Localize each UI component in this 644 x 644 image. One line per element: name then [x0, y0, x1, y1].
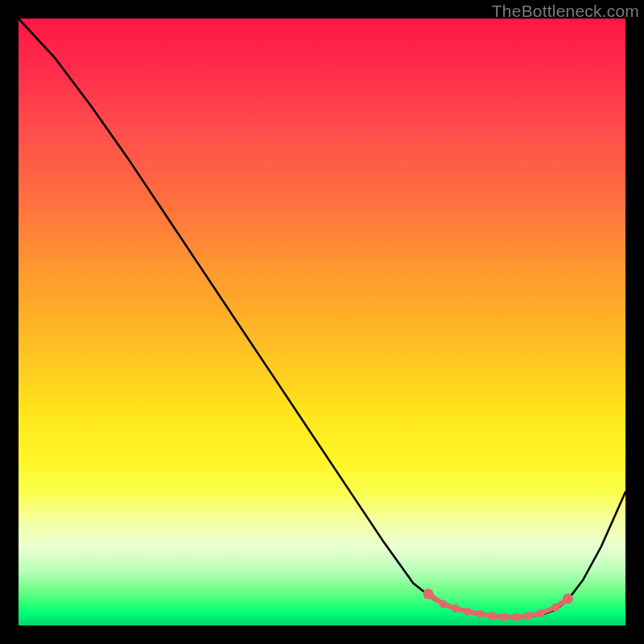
trough-dot — [563, 593, 573, 604]
trough-dot — [524, 612, 532, 620]
trough-dot — [551, 603, 559, 611]
curve-layer — [19, 19, 625, 617]
chart-svg — [19, 19, 625, 625]
trough-dot — [536, 609, 544, 617]
watermark-text: TheBottleneck.com — [492, 2, 639, 21]
trough-dot — [500, 613, 508, 621]
trough-dots — [423, 588, 573, 621]
trough-dot — [452, 605, 460, 613]
plot-area — [19, 19, 625, 625]
chart-stage: TheBottleneck.com — [0, 0, 644, 644]
bottleneck-curve — [19, 19, 625, 617]
trough-dot — [440, 601, 448, 609]
trough-dot — [488, 612, 496, 620]
trough-dot — [512, 613, 520, 621]
trough-dot — [423, 588, 434, 599]
trough-dot — [476, 610, 484, 618]
trough-dot — [464, 608, 472, 616]
